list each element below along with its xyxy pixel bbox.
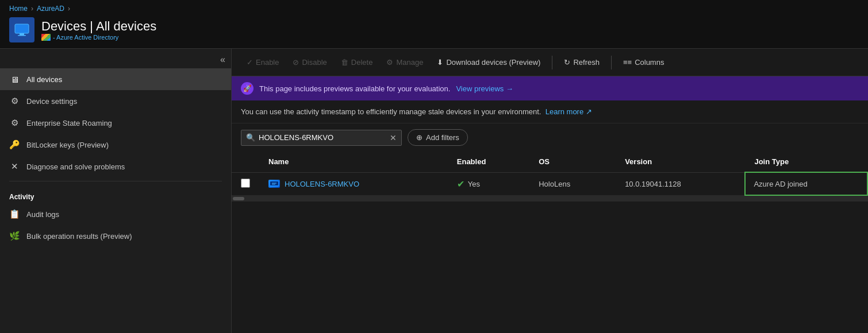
header: Home › AzureAD › Devices | All devices -… <box>0 0 868 49</box>
main-layout: « 🖥 All devices ⚙ Device settings ⚙ Ente… <box>0 49 868 333</box>
version-cell: 10.0.19041.1128 <box>616 172 745 195</box>
toolbar: ✓ Enable ⊘ Disable 🗑 Delete ⚙ Manage ⬇ D… <box>232 49 868 76</box>
delete-icon: 🗑 <box>341 58 348 67</box>
rocket-icon: 🚀 <box>241 82 254 95</box>
sidebar-item-bulk-ops[interactable]: 🌿 Bulk operation results (Preview) <box>0 225 231 247</box>
devices-table: Name Enabled OS Version Join Type <box>232 152 868 196</box>
activity-section-label: Activity <box>0 185 231 203</box>
org-icon <box>41 34 51 41</box>
table-container: Name Enabled OS Version Join Type <box>232 152 868 333</box>
manage-label: Manage <box>396 58 423 67</box>
join-type-cell: Azure AD joined <box>745 172 867 195</box>
download-icon: ⬇ <box>437 58 443 67</box>
title-row: Devices | All devices - Azure Active Dir… <box>9 17 859 48</box>
page-icon <box>9 17 34 42</box>
sidebar-divider <box>9 181 222 181</box>
subtitle-text: - Azure Active Directory <box>53 34 118 41</box>
enabled-cell: ✔ Yes <box>448 172 529 195</box>
download-button[interactable]: ⬇ Download devices (Preview) <box>431 55 546 70</box>
row-checkbox-cell <box>232 172 259 195</box>
table-row: HOLOLENS-6RMKVO ✔ Yes HoloLens <box>232 172 867 195</box>
check-icon: ✓ <box>247 58 253 67</box>
enabled-column-header[interactable]: Enabled <box>448 152 529 172</box>
refresh-label: Refresh <box>573 58 600 67</box>
sidebar-item-bitlocker[interactable]: 🔑 BitLocker keys (Preview) <box>0 134 231 156</box>
os-value: HoloLens <box>539 180 570 188</box>
columns-button[interactable]: ≡≡ Columns <box>617 55 670 70</box>
breadcrumb: Home › AzureAD › <box>9 5 859 17</box>
sidebar-item-label: Diagnose and solve problems <box>26 162 125 171</box>
enable-button[interactable]: ✓ Enable <box>241 55 285 70</box>
columns-label: Columns <box>635 58 664 67</box>
version-value: 10.0.19041.1128 <box>625 180 681 188</box>
join-type-value: Azure AD joined <box>754 180 807 188</box>
os-column-header[interactable]: OS <box>529 152 616 172</box>
sidebar-item-audit-logs[interactable]: 📋 Audit logs <box>0 203 231 225</box>
diagnose-icon: ✕ <box>9 161 20 172</box>
banner-text: This page includes previews available fo… <box>259 84 450 93</box>
toolbar-separator-2 <box>611 56 612 69</box>
device-name-cell: HOLOLENS-6RMKVO <box>259 172 448 195</box>
add-filters-button[interactable]: ⊕ Add filters <box>408 129 468 146</box>
enterprise-icon: ⚙ <box>9 118 20 128</box>
download-label: Download devices (Preview) <box>446 58 540 67</box>
breadcrumb-azuread[interactable]: AzureAD <box>37 5 64 13</box>
sidebar-item-label: Enterprise State Roaming <box>26 119 112 127</box>
key-icon: 🔑 <box>9 140 20 150</box>
preview-banner: 🚀 This page includes previews available … <box>232 76 868 100</box>
enabled-check-icon: ✔ <box>457 179 464 189</box>
refresh-button[interactable]: ↻ Refresh <box>558 55 605 70</box>
disable-button[interactable]: ⊘ Disable <box>287 55 332 70</box>
table-header-row: Name Enabled OS Version Join Type <box>232 152 867 172</box>
name-column-header[interactable]: Name <box>259 152 448 172</box>
search-box: 🔍 ✕ <box>241 130 402 146</box>
add-filters-label: Add filters <box>426 133 459 142</box>
refresh-icon: ↻ <box>564 58 570 67</box>
sidebar-item-enterprise-state[interactable]: ⚙ Enterprise State Roaming <box>0 112 231 134</box>
sidebar-item-label: All devices <box>26 75 62 84</box>
columns-icon: ≡≡ <box>623 58 632 67</box>
checkbox-column-header <box>232 152 259 172</box>
svg-rect-3 <box>18 35 26 36</box>
sidebar-item-diagnose[interactable]: ✕ Diagnose and solve problems <box>0 156 231 177</box>
sidebar-item-label: Audit logs <box>26 210 59 219</box>
manage-button[interactable]: ⚙ Manage <box>381 55 429 70</box>
settings-icon: ⚙ <box>9 96 20 106</box>
manage-icon: ⚙ <box>386 58 393 67</box>
delete-button[interactable]: 🗑 Delete <box>335 55 379 70</box>
device-icon <box>268 180 280 188</box>
sidebar-item-label: Bulk operation results (Preview) <box>26 232 132 241</box>
bulk-icon: 🌿 <box>9 231 20 241</box>
version-column-header[interactable]: Version <box>616 152 745 172</box>
scroll-thumb <box>233 197 244 200</box>
device-name-link[interactable]: HOLOLENS-6RMKVO <box>285 180 359 188</box>
clear-search-button[interactable]: ✕ <box>390 133 397 142</box>
collapse-button[interactable]: « <box>220 55 225 65</box>
page-title: Devices | All devices <box>41 19 156 34</box>
enable-label: Enable <box>256 58 279 67</box>
enabled-value: Yes <box>468 180 480 188</box>
search-icon: 🔍 <box>246 133 255 142</box>
main-content: ✓ Enable ⊘ Disable 🗑 Delete ⚙ Manage ⬇ D… <box>232 49 868 333</box>
svg-rect-2 <box>20 33 24 35</box>
learn-more-link[interactable]: Learn more ↗ <box>546 107 592 116</box>
audit-icon: 📋 <box>9 209 20 219</box>
collapse-section: « <box>0 51 231 68</box>
horizontal-scrollbar[interactable] <box>232 196 868 202</box>
join-type-column-header[interactable]: Join Type <box>745 152 867 172</box>
subtitle: - Azure Active Directory <box>41 34 156 41</box>
breadcrumb-home[interactable]: Home <box>9 5 28 13</box>
info-message: You can use the activity timestamp to ef… <box>232 100 868 123</box>
sidebar-item-label: Device settings <box>26 97 77 106</box>
sidebar-item-label: BitLocker keys (Preview) <box>26 141 109 149</box>
info-text: You can use the activity timestamp to ef… <box>241 107 541 116</box>
disable-label: Disable <box>302 58 327 67</box>
row-checkbox[interactable] <box>241 179 250 188</box>
view-previews-link[interactable]: View previews → <box>456 84 513 93</box>
sidebar-item-all-devices[interactable]: 🖥 All devices <box>0 68 231 90</box>
toolbar-separator <box>552 56 552 69</box>
devices-icon: 🖥 <box>9 74 20 84</box>
sidebar-item-device-settings[interactable]: ⚙ Device settings <box>0 90 231 112</box>
title-text: Devices | All devices - Azure Active Dir… <box>41 19 156 41</box>
search-input[interactable] <box>259 133 386 142</box>
